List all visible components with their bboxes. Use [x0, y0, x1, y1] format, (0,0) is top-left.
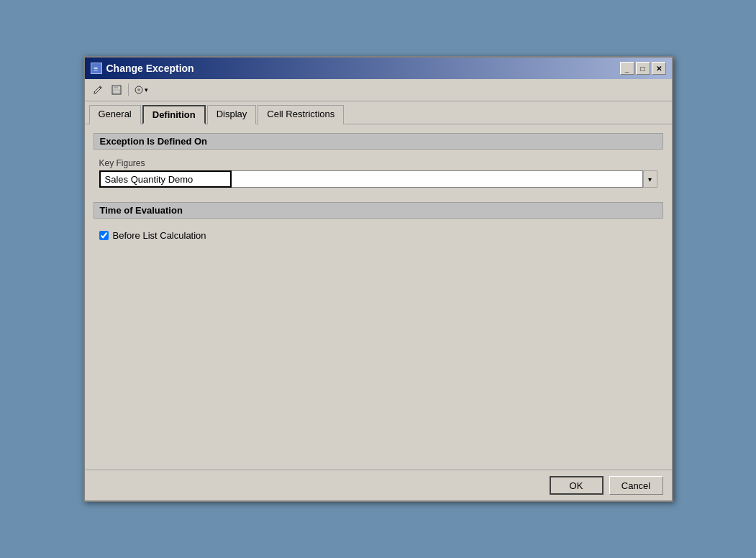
- title-bar: ≡ Change Exception _ □ ✕: [85, 58, 672, 79]
- dropdown-arrow: ▾: [145, 86, 148, 93]
- key-figures-rest: [232, 170, 643, 188]
- section-exception-defined-on: Exception Is Defined On Key Figures ▾: [94, 133, 663, 196]
- tabs-bar: General Definition Display Cell Restrict…: [85, 101, 672, 124]
- change-exception-dialog: ≡ Change Exception _ □ ✕: [83, 56, 673, 502]
- tab-definition[interactable]: Definition: [142, 105, 206, 124]
- key-figures-row: ▾: [99, 170, 657, 188]
- before-list-calc-label: Before List Calculation: [113, 230, 206, 241]
- dialog-footer: OK Cancel: [85, 470, 672, 500]
- before-list-calc-checkbox[interactable]: [99, 231, 109, 240]
- tab-content-definition: Exception Is Defined On Key Figures ▾ Ti…: [85, 124, 672, 470]
- toolbar: ▾: [85, 79, 672, 101]
- key-figures-input[interactable]: [99, 170, 232, 188]
- tools-dropdown-button[interactable]: ▾: [132, 82, 150, 98]
- svg-rect-2: [113, 90, 120, 93]
- section-header-exception: Exception Is Defined On: [94, 133, 663, 150]
- title-bar-left: ≡ Change Exception: [91, 63, 194, 74]
- svg-rect-1: [114, 86, 118, 88]
- tab-general[interactable]: General: [89, 105, 141, 124]
- tab-cell-restrictions[interactable]: Cell Restrictions: [258, 105, 344, 124]
- key-figures-label: Key Figures: [99, 158, 657, 168]
- close-button[interactable]: ✕: [652, 62, 666, 75]
- toolbar-separator: [128, 83, 129, 96]
- pencil-icon: [93, 85, 103, 95]
- key-figures-dropdown-arrow[interactable]: ▾: [643, 170, 657, 188]
- section-content-exception: Key Figures ▾: [94, 155, 663, 196]
- section-content-time: Before List Calculation: [94, 224, 663, 252]
- cancel-button[interactable]: Cancel: [609, 476, 663, 495]
- edit-button[interactable]: [89, 82, 106, 98]
- save-button[interactable]: [108, 82, 125, 98]
- window-title: Change Exception: [106, 63, 194, 74]
- title-bar-buttons: _ □ ✕: [620, 62, 666, 75]
- svg-point-4: [137, 88, 140, 91]
- tab-display[interactable]: Display: [207, 105, 257, 124]
- window-icon: ≡: [91, 63, 102, 74]
- save-icon: [111, 85, 122, 95]
- ok-button[interactable]: OK: [550, 476, 604, 495]
- maximize-button[interactable]: □: [636, 62, 650, 75]
- minimize-button[interactable]: _: [620, 62, 634, 75]
- section-time-of-evaluation: Time of Evaluation Before List Calculati…: [94, 202, 663, 252]
- section-header-time: Time of Evaluation: [94, 202, 663, 219]
- tools-icon: [134, 85, 144, 95]
- before-list-calc-row: Before List Calculation: [99, 227, 657, 244]
